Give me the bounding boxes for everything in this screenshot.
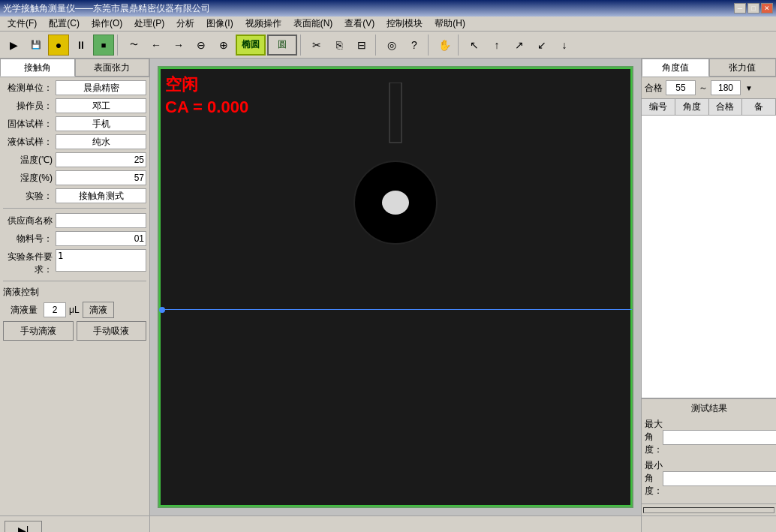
oval-select-button[interactable]: 圆 <box>267 35 297 56</box>
experiment-input[interactable] <box>56 188 146 203</box>
humidity-label: 湿度(%) <box>3 172 56 185</box>
cut-button[interactable]: ✂ <box>306 35 327 56</box>
toolbar: ▶ 💾 ● ⏸ ■ 〜 ← → ⊖ ⊕ 椭圆 圆 ✂ ⎘ ⊟ ◎ ? ✋ ↖ ↑… <box>0 32 776 59</box>
tab-contact-angle[interactable]: 接触角 <box>0 59 75 77</box>
liquid-sample-input[interactable] <box>56 134 146 149</box>
up-left-button[interactable]: ↖ <box>464 35 485 56</box>
operator-row: 操作员： <box>3 98 146 113</box>
forward-button[interactable]: ▶| <box>5 521 42 532</box>
down-button[interactable]: ↓ <box>554 35 575 56</box>
measure-button[interactable]: ◎ <box>381 35 402 56</box>
separator-3 <box>375 35 378 56</box>
left-arrow-button[interactable]: ← <box>146 35 167 56</box>
experiment-row: 实验： <box>3 188 146 203</box>
help-button[interactable]: ? <box>404 35 425 56</box>
material-no-label: 物料号： <box>3 233 56 245</box>
maximize-button[interactable]: □ <box>747 3 759 14</box>
drip-row: 滴液量 μL 滴液 <box>3 302 146 318</box>
humidity-input[interactable] <box>56 170 146 185</box>
hand-button[interactable]: ✋ <box>434 35 455 56</box>
zoom-in-button[interactable]: ⊕ <box>213 35 234 56</box>
operator-input[interactable] <box>56 98 146 113</box>
separator-1 <box>117 35 120 56</box>
tab-tension-value[interactable]: 张力值 <box>709 59 777 77</box>
menu-operate[interactable]: 操作(O) <box>86 16 128 32</box>
pause-button[interactable]: ● <box>48 35 69 56</box>
drip-unit-label: μL <box>69 305 80 315</box>
down-left-button[interactable]: ↙ <box>531 35 552 56</box>
rect-select-button[interactable]: 椭圆 <box>236 35 266 56</box>
manual-suck-button[interactable]: 手动吸液 <box>77 321 147 341</box>
dropdown-arrow[interactable]: ▼ <box>745 84 753 92</box>
bottom-right <box>641 516 776 532</box>
pass-max-input[interactable] <box>711 80 741 95</box>
menu-surface[interactable]: 表面能(N) <box>287 16 339 32</box>
svg-rect-0 <box>390 83 402 143</box>
drip-button[interactable]: 滴液 <box>83 302 114 318</box>
menu-help[interactable]: 帮助(H) <box>429 16 471 32</box>
detection-unit-input[interactable] <box>56 80 146 95</box>
col-number: 编号 <box>642 99 675 115</box>
pass-fail-row: 合格 ～ ▼ <box>642 77 776 99</box>
table-body <box>642 116 776 398</box>
blue-horizontal-line <box>159 309 632 310</box>
conditions-input[interactable]: 1 <box>56 249 146 272</box>
humidity-row: 湿度(%) <box>3 170 146 185</box>
solid-sample-input[interactable] <box>56 116 146 131</box>
save-button[interactable]: 💾 <box>26 35 47 56</box>
title-bar: 光学接触角测量仪——东莞市晨鼎精密仪器有限公司 ─ □ ✕ <box>0 0 776 17</box>
up-right-button[interactable]: ↗ <box>509 35 530 56</box>
menu-control[interactable]: 控制模块 <box>380 16 429 32</box>
record-button[interactable]: ■ <box>93 35 114 56</box>
menu-file[interactable]: 文件(F) <box>2 16 43 32</box>
right-scrollbar-h[interactable] <box>642 503 776 515</box>
menu-video[interactable]: 视频操作 <box>239 16 287 32</box>
close-button[interactable]: ✕ <box>761 3 773 14</box>
menu-config[interactable]: 配置(C) <box>43 16 86 32</box>
pass-min-input[interactable] <box>666 80 696 95</box>
menu-analyze[interactable]: 分析 <box>170 16 200 32</box>
menu-view[interactable]: 查看(V) <box>338 16 380 32</box>
liquid-sample-label: 液体试样： <box>3 136 56 149</box>
up-button[interactable]: ↑ <box>486 35 507 56</box>
menu-process[interactable]: 处理(P) <box>128 16 170 32</box>
ca-label: CA <box>165 98 188 116</box>
left-panel-content: 检测单位： 操作员： 固体试样： 液体试样： 温度(℃) 湿度(%) <box>0 77 149 515</box>
zoom-out-button[interactable]: ⊖ <box>191 35 212 56</box>
ca-value: 0.000 <box>207 98 248 116</box>
right-tabs: 角度值 张力值 <box>642 59 776 77</box>
left-panel: 接触角 表面张力 检测单位： 操作员： 固体试样： 液体试样： 温度(℃) <box>0 59 150 515</box>
left-dot-marker <box>159 307 165 313</box>
temperature-input[interactable] <box>56 152 146 167</box>
main-content: 接触角 表面张力 检测单位： 操作员： 固体试样： 液体试样： 温度(℃) <box>0 59 776 515</box>
pass-tilde: ～ <box>699 82 708 95</box>
results-section: 测试结果 最大角度： 最小角度： <box>642 398 776 503</box>
supplier-input[interactable] <box>56 213 146 228</box>
manual-drip-button[interactable]: 手动滴液 <box>3 321 74 341</box>
drip-volume-input[interactable] <box>44 302 66 317</box>
max-angle-input[interactable] <box>663 430 776 445</box>
liquid-sample-row: 液体试样： <box>3 134 146 149</box>
right-panel-content: 合格 ～ ▼ 编号 角度 合格 备 测试结果 最大角度： <box>642 77 776 515</box>
separator-4 <box>428 35 431 56</box>
pass-label: 合格 <box>645 82 663 95</box>
divider-1 <box>3 208 146 209</box>
tab-surface-tension[interactable]: 表面张力 <box>75 59 150 77</box>
paste-button[interactable]: ⊟ <box>351 35 372 56</box>
tab-angle-value[interactable]: 角度值 <box>642 59 709 77</box>
menu-image[interactable]: 图像(I) <box>200 16 239 32</box>
min-angle-input[interactable] <box>663 471 776 486</box>
detection-unit-row: 检测单位： <box>3 80 146 95</box>
play-button[interactable]: ▶ <box>3 35 24 56</box>
copy-button[interactable]: ⎘ <box>329 35 350 56</box>
material-no-row: 物料号： <box>3 231 146 246</box>
stop-button[interactable]: ⏸ <box>71 35 92 56</box>
temperature-label: 温度(℃) <box>3 154 56 167</box>
app-title: 光学接触角测量仪——东莞市晨鼎精密仪器有限公司 <box>3 2 734 15</box>
minimize-button[interactable]: ─ <box>734 3 746 14</box>
divider-2 <box>3 281 146 281</box>
menu-bar: 文件(F) 配置(C) 操作(O) 处理(P) 分析 图像(I) 视频操作 表面… <box>0 17 776 32</box>
material-no-input[interactable] <box>56 231 146 246</box>
wave-button[interactable]: 〜 <box>123 35 144 56</box>
right-arrow-button[interactable]: → <box>168 35 189 56</box>
